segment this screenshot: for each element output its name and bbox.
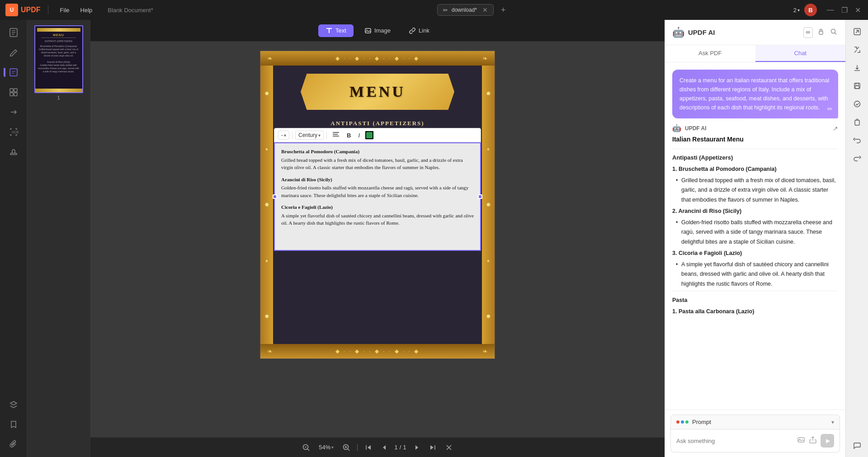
minimize-button[interactable]: — xyxy=(825,5,836,15)
right-ornament: ⬟ xyxy=(486,91,491,96)
resize-handle-right[interactable] xyxy=(478,194,482,199)
tab-chat[interactable]: Chat xyxy=(755,45,846,62)
italic-button[interactable]: I xyxy=(355,131,363,140)
text-editor[interactable]: Bruschetta al Pomodoro (Campania) Grille… xyxy=(274,142,481,251)
user-avatar[interactable]: B xyxy=(804,4,817,16)
rt-icon-undo[interactable] xyxy=(849,132,865,148)
prompt-dropdown-arrow: ▾ xyxy=(831,419,834,425)
menu-help[interactable]: Help xyxy=(76,5,97,15)
svg-rect-36 xyxy=(856,83,859,85)
text-toolbar: Text Image Link xyxy=(90,20,665,42)
image-attach-icon[interactable] xyxy=(797,436,805,446)
nav-prev-button[interactable] xyxy=(378,441,391,454)
tab-add-button[interactable]: + xyxy=(497,5,509,16)
top-border-pattern: ◆ · · ◆ · · ◆ · · ◆ · · ◆ xyxy=(335,55,420,61)
sidebar-icon-edit[interactable] xyxy=(5,43,23,61)
nav-next-button[interactable] xyxy=(410,441,423,454)
sidebar-icon-layers[interactable] xyxy=(5,396,23,414)
left-ornament: ⬟ xyxy=(265,91,269,96)
export-response-icon[interactable]: ↗ xyxy=(833,125,838,132)
topbar-menu: File Help xyxy=(56,5,97,15)
bottom-border-ornament-left: ❧ xyxy=(267,348,273,355)
send-button[interactable]: ▶ xyxy=(821,434,834,448)
sidebar-icon-organize[interactable] xyxy=(5,83,23,101)
thumb-content: Bruschetta al Pomodoro (Campania)Grilled… xyxy=(37,44,80,74)
link-tool-button[interactable]: Link xyxy=(401,24,437,37)
text-tool-button[interactable]: Text xyxy=(318,24,354,37)
image-tool-button[interactable]: Image xyxy=(357,24,398,37)
sidebar-icon-reader[interactable] xyxy=(5,24,23,42)
topbar-divider xyxy=(48,5,48,14)
svg-rect-30 xyxy=(798,438,804,442)
right-ornament3: ⬟ xyxy=(486,202,491,207)
resize-handle-left[interactable] xyxy=(273,194,277,199)
align-button[interactable] xyxy=(330,131,342,140)
antipasti-item-1: 1. Bruschetta al Pomodoro (Campania) xyxy=(672,165,838,174)
active-tab[interactable]: ✏ download* ✕ xyxy=(437,4,494,16)
right-ornament4: ♠ xyxy=(487,258,489,263)
ai-messages[interactable]: Create a menu for an Italian restaurant … xyxy=(665,62,845,410)
logo-icon: U xyxy=(5,4,18,16)
menu-background: ❧ ◆ · · ◆ · · ◆ · · ◆ · · ◆ ❧ ❧ ◆ · · ◆ … xyxy=(260,51,495,358)
page-count[interactable]: 2 ▾ xyxy=(793,7,800,14)
sidebar-icon-ocr[interactable]: OCR xyxy=(5,123,23,141)
zoom-out-button[interactable] xyxy=(300,441,312,454)
left-ornament3: ⬟ xyxy=(265,202,269,207)
menu-left-border: ⬟ ♠ ⬟ ♠ ⬟ xyxy=(260,66,273,344)
thumbnail-page-1[interactable]: MENU ANTIPASTI (APPETIZERS) Bruschetta a… xyxy=(31,25,86,100)
menu-file[interactable]: File xyxy=(56,5,74,15)
right-ornament2: ♠ xyxy=(487,146,489,151)
format-divider-1 xyxy=(292,131,292,139)
rt-icon-redo[interactable] xyxy=(849,150,865,166)
font-size-selector[interactable]: - ▾ xyxy=(278,131,289,140)
sidebar-icon-bookmark[interactable] xyxy=(5,415,23,433)
menu-right-border: ⬟ ♠ ⬟ ♠ ⬟ xyxy=(482,66,495,344)
tab-ask-pdf[interactable]: Ask PDF xyxy=(665,45,755,62)
app-logo: U UPDF xyxy=(5,4,41,16)
rt-icon-download[interactable] xyxy=(849,60,865,76)
rt-icon-clipboard[interactable] xyxy=(849,114,865,130)
lock-icon xyxy=(816,27,826,38)
nav-last-button[interactable] xyxy=(426,441,439,454)
sidebar-icon-attach[interactable] xyxy=(5,435,23,453)
color-picker-button[interactable] xyxy=(364,130,374,140)
item3-title: Cicoria e Fagioli (Lazio) xyxy=(281,203,474,211)
zoom-bar: 54% ▾ | 1 / 1 xyxy=(90,437,665,457)
nav-first-button[interactable] xyxy=(362,441,375,454)
rt-icon-expand[interactable] xyxy=(849,42,865,58)
share-icon[interactable] xyxy=(809,436,817,446)
font-family-selector[interactable]: Century ▾ xyxy=(295,131,324,140)
prompt-selector[interactable]: Prompt ▾ xyxy=(670,415,840,429)
zoom-in-button[interactable] xyxy=(340,441,353,454)
edit-message-icon[interactable]: ✏ xyxy=(827,104,833,114)
thumbnail-image-1: MENU ANTIPASTI (APPETIZERS) Bruschetta a… xyxy=(34,25,83,93)
pdf-scroll-area[interactable]: ❧ ◆ · · ◆ · · ◆ · · ◆ · · ◆ ❧ ❧ ◆ · · ◆ … xyxy=(90,42,665,437)
menu-top-border: ❧ ◆ · · ◆ · · ◆ · · ◆ · · ◆ ❧ xyxy=(260,51,495,66)
sidebar-icon-stamp[interactable] xyxy=(5,143,23,161)
ai-input-area: ▶ xyxy=(670,429,840,452)
rt-icon-export[interactable] xyxy=(849,24,865,40)
ai-text-input[interactable] xyxy=(676,438,793,444)
tab-close-icon[interactable]: ✕ xyxy=(482,6,488,14)
sidebar-icon-annotate[interactable] xyxy=(5,63,23,81)
menu-bottom-border: ❧ ◆ · · ◆ · · ◆ · · ◆ · · ◆ ❧ xyxy=(260,344,495,358)
antipasti-item-1-desc: Grilled bread topped with a fresh mix of… xyxy=(678,176,838,205)
user-message-text: Create a menu for an Italian restaurant … xyxy=(679,77,829,111)
infinity-button[interactable]: ∞ xyxy=(803,27,813,38)
rt-icon-save[interactable] xyxy=(849,78,865,94)
navigation-close-button[interactable] xyxy=(443,441,455,454)
text-tool-label: Text xyxy=(335,27,346,34)
color-swatch xyxy=(366,132,373,138)
search-icon[interactable] xyxy=(829,27,838,38)
maximize-button[interactable]: ❐ xyxy=(840,5,849,15)
svg-rect-39 xyxy=(855,120,859,125)
rt-icon-chat-bubble[interactable] xyxy=(849,437,865,453)
sidebar-icon-convert[interactable] xyxy=(5,103,23,121)
zoom-dropdown-arrow: ▾ xyxy=(331,445,334,450)
pasta-item-1: 1. Pasta alla Carbonara (Lazio) xyxy=(672,307,838,316)
close-button[interactable]: ✕ xyxy=(853,5,863,15)
bold-button[interactable]: B xyxy=(344,131,354,140)
zoom-value-display[interactable]: 54% ▾ xyxy=(316,443,336,452)
rt-icon-check[interactable] xyxy=(849,96,865,112)
font-size-arrow: ▾ xyxy=(284,133,286,138)
